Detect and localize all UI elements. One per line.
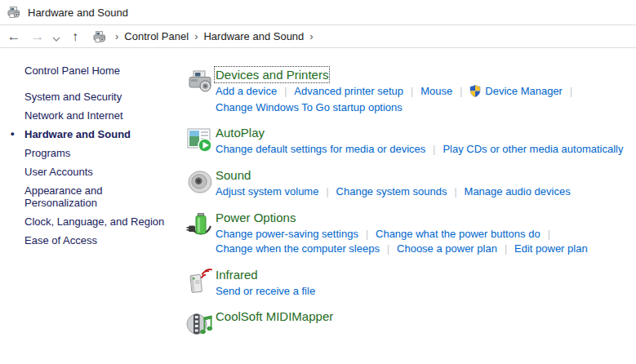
link-choose-a-power-plan[interactable]: Choose a power plan [397, 242, 497, 255]
sidebar-item-hardware-and-sound[interactable]: • Hardware and Sound [24, 128, 170, 140]
active-bullet-icon: • [11, 127, 15, 140]
autoplay-icon[interactable] [186, 126, 214, 153]
sidebar-item-network-and-internet[interactable]: Network and Internet [24, 109, 170, 122]
link-adjust-system-volume[interactable]: Adjust system volume [216, 185, 318, 198]
devices-and-printers-icon[interactable] [186, 68, 214, 95]
link-separator: | [540, 229, 558, 240]
control-panel-window: Hardware and Sound ← → ↑ › Control Panel [0, 0, 636, 364]
uac-shield-icon [469, 87, 481, 100]
link-separator: | [277, 86, 294, 97]
sidebar-item-system-and-security[interactable]: System and Security [24, 91, 170, 103]
link-change-what-power-buttons-do[interactable]: Change what the power buttons do [376, 228, 540, 240]
section-title-coolsoft-midimapper[interactable]: CoolSoft MIDIMapper [216, 309, 333, 323]
section-title-devices-and-printers[interactable]: Devices and Printers [216, 68, 328, 82]
power-battery-icon[interactable] [186, 211, 214, 238]
link-change-when-computer-sleeps[interactable]: Change when the computer sleeps [216, 242, 380, 255]
breadcrumb-chevron-icon[interactable]: › [109, 30, 124, 42]
link-manage-audio-devices[interactable]: Manage audio devices [465, 185, 571, 198]
coolsoft-midimapper-icon[interactable] [186, 309, 214, 337]
link-change-windows-to-go-startup-options[interactable]: Change Windows To Go startup options [216, 101, 403, 113]
link-change-default-settings-for-media[interactable]: Change default settings for media or dev… [216, 143, 425, 155]
link-separator: | [358, 229, 376, 240]
window-title: Hardware and Sound [28, 7, 128, 19]
printer-icon [7, 6, 20, 19]
link-play-cds-automatically[interactable]: Play CDs or other media automatically [443, 143, 623, 155]
sidebar-item-programs[interactable]: Programs [24, 147, 170, 159]
link-separator: | [318, 186, 336, 198]
link-separator: | [380, 243, 397, 255]
breadcrumb-hardware-and-sound[interactable]: Hardware and Sound [203, 30, 304, 42]
section-infrared: Infrared Send or receive a file [186, 268, 628, 298]
titlebar: Hardware and Sound [0, 0, 636, 25]
control-panel-icon[interactable] [93, 30, 106, 43]
link-separator: | [425, 144, 443, 155]
link-edit-power-plan[interactable]: Edit power plan [514, 242, 588, 255]
link-separator: | [403, 86, 420, 97]
main-area: Control Panel Home System and Security N… [0, 48, 636, 363]
link-separator: | [497, 243, 514, 255]
section-title-autoplay[interactable]: AutoPlay [216, 126, 265, 140]
section-title-infrared[interactable]: Infrared [216, 268, 258, 282]
section-devices-and-printers: Devices and Printers Add a device|Advanc… [186, 68, 628, 114]
navigation-bar: ← → ↑ › Control Panel › Hardware and Sou… [0, 25, 636, 48]
link-mouse[interactable]: Mouse [420, 85, 452, 97]
section-coolsoft-midimapper: CoolSoft MIDIMapper [186, 309, 628, 337]
link-separator: | [447, 186, 464, 198]
link-separator: | [563, 86, 580, 97]
back-button[interactable]: ← [5, 29, 23, 45]
section-sound: Sound Adjust system volume|Change system… [186, 168, 628, 199]
infrared-icon[interactable] [186, 268, 214, 295]
sidebar-item-user-accounts[interactable]: User Accounts [24, 166, 170, 178]
link-change-power-saving-settings[interactable]: Change power-saving settings [216, 228, 358, 240]
forward-button[interactable]: → [29, 29, 47, 45]
breadcrumb-control-panel[interactable]: Control Panel [124, 30, 189, 42]
link-change-system-sounds[interactable]: Change system sounds [336, 185, 447, 198]
link-add-a-device[interactable]: Add a device [216, 85, 277, 97]
section-title-power-options[interactable]: Power Options [216, 211, 296, 224]
section-title-sound[interactable]: Sound [216, 168, 251, 182]
sidebar-item-control-panel-home[interactable]: Control Panel Home [24, 64, 170, 77]
breadcrumb-chevron-icon[interactable]: › [189, 30, 203, 42]
chevron-down-icon[interactable] [51, 28, 62, 45]
breadcrumb-chevron-icon[interactable]: › [304, 30, 318, 42]
up-button[interactable]: ↑ [66, 29, 84, 44]
sidebar-item-clock-language-region[interactable]: Clock, Language, and Region [24, 215, 170, 228]
sidebar-item-appearance-and-personalization[interactable]: Appearance and Personalization [24, 184, 155, 209]
link-send-or-receive-a-file[interactable]: Send or receive a file [216, 285, 315, 297]
breadcrumb: › Control Panel › Hardware and Sound › [93, 30, 319, 43]
sidebar: Control Panel Home System and Security N… [0, 48, 176, 363]
content-panel: Devices and Printers Add a device|Advanc… [176, 48, 636, 363]
link-advanced-printer-setup[interactable]: Advanced printer setup [294, 85, 403, 97]
link-separator: | [452, 86, 469, 97]
sidebar-item-ease-of-access[interactable]: Ease of Access [24, 234, 170, 246]
sidebar-item-label: Hardware and Sound [24, 128, 131, 140]
section-autoplay: AutoPlay Change default settings for med… [186, 126, 628, 157]
link-device-manager[interactable]: Device Manager [485, 85, 563, 97]
section-power-options: Power Options Change power-saving settin… [186, 211, 628, 256]
sound-speaker-icon[interactable] [186, 168, 214, 196]
